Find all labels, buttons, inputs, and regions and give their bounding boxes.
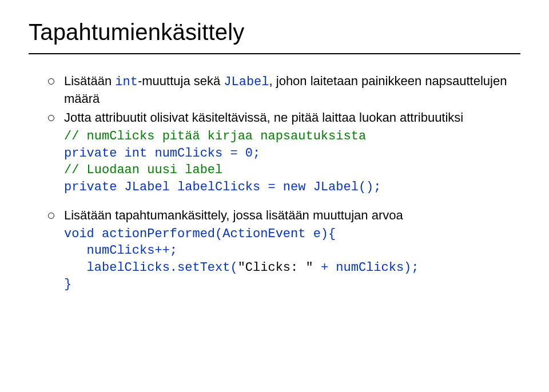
code-segment: // numClicks pitää kirjaa napsautuksista [64,129,366,143]
text-segment: JLabel [224,75,269,89]
slide: Tapahtumienkäsittely Lisätään int-muuttu… [0,0,549,392]
code-block-2: void actionPerformed(ActionEvent e){ num… [64,226,520,293]
code-line: private JLabel labelClicks = new JLabel(… [64,180,381,194]
page-title: Tapahtumienkäsittely [29,19,520,45]
code-segment: void actionPerformed(ActionEvent e){ [64,227,336,241]
text-segment: int [115,75,138,89]
text-segment: -muuttuja sekä [138,74,224,88]
code-line: labelClicks.setText("Clicks: " + numClic… [64,261,419,275]
code-segment: private int numClicks = 0; [64,146,260,161]
code-line: } [64,277,71,291]
bullet-list-2: Lisätään tapahtumankäsittely, jossa lisä… [48,207,520,223]
code-segment: } [64,277,71,291]
code-block-1: // numClicks pitää kirjaa napsautuksista… [64,128,520,195]
code-segment: + numClicks); [313,261,419,275]
code-line: numClicks++; [64,243,177,258]
text-segment: Lisätään [64,74,115,88]
text-segment: Jotta attribuutit olisivat käsiteltäviss… [64,110,463,125]
code-segment: // Luodaan uusi label [64,163,222,177]
code-line: void actionPerformed(ActionEvent e){ [64,227,336,241]
slide-content: Lisätään int-muuttuja sekä JLabel, johon… [29,73,520,293]
list-item: Jotta attribuutit olisivat käsiteltäviss… [48,109,520,126]
code-segment: private JLabel labelClicks = new JLabel(… [64,180,381,194]
list-item: Lisätään tapahtumankäsittely, jossa lisä… [48,207,520,223]
code-segment: labelClicks.setText( [64,261,238,275]
code-line: // numClicks pitää kirjaa napsautuksista [64,129,366,143]
code-line: // Luodaan uusi label [64,163,222,177]
text-segment: Lisätään tapahtumankäsittely, jossa lisä… [64,208,403,222]
code-line: private int numClicks = 0; [64,146,260,161]
bullet-list-1: Lisätään int-muuttuja sekä JLabel, johon… [48,73,520,126]
title-underline [29,53,520,54]
list-item: Lisätään int-muuttuja sekä JLabel, johon… [48,73,520,107]
code-segment: "Clicks: " [238,261,313,275]
code-segment: numClicks++; [64,243,177,258]
